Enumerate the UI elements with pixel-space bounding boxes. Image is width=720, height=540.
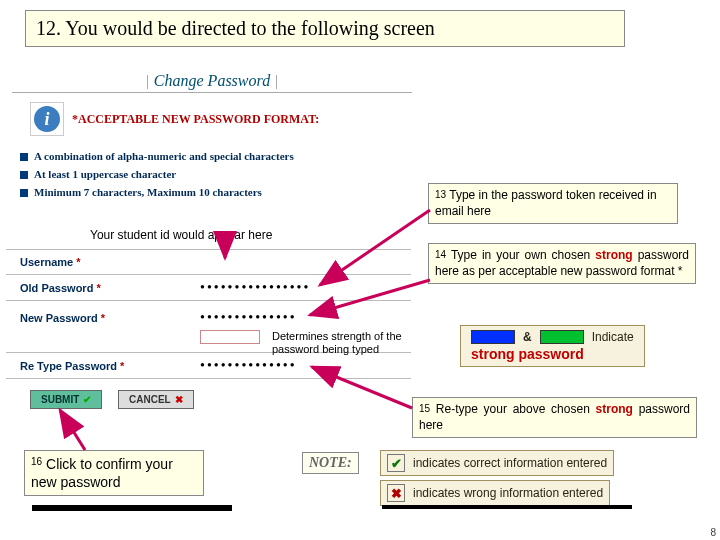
- page-number: 8: [710, 527, 716, 538]
- arrow-icon: [0, 0, 720, 540]
- svg-line-5: [60, 410, 85, 450]
